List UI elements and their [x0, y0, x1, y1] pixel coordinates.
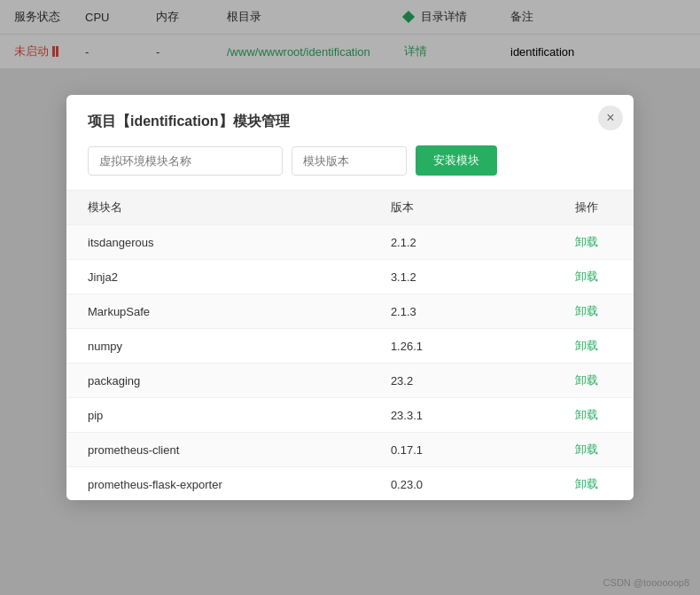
modal-title: 项目【identification】模块管理 — [66, 95, 634, 145]
module-table: 模块名 版本 操作 itsdangerous 2.1.2 卸载 Jinja2 3… — [66, 190, 634, 500]
table-row: packaging 23.2 卸载 — [66, 364, 634, 398]
module-version-cell: 23.2 — [369, 364, 497, 398]
module-name-cell: Jinja2 — [66, 260, 369, 294]
module-action-cell: 卸载 — [497, 364, 634, 398]
table-row: prometheus-client 0.17.1 卸载 — [66, 433, 634, 467]
module-version-cell: 23.3.1 — [369, 398, 497, 433]
modal-dialog: × 项目【identification】模块管理 安装模块 模块名 版本 操作 — [66, 95, 634, 500]
module-name-cell: pip — [66, 398, 369, 433]
table-row: Jinja2 3.1.2 卸载 — [66, 260, 634, 294]
table-row: prometheus-flask-exporter 0.23.0 卸载 — [66, 467, 634, 501]
close-icon: × — [606, 110, 614, 126]
unload-link[interactable]: 卸载 — [575, 339, 598, 352]
module-version-cell: 1.26.1 — [369, 329, 497, 364]
module-action-cell: 卸载 — [497, 294, 634, 329]
module-version-input[interactable] — [292, 146, 407, 176]
col-header-name: 模块名 — [66, 191, 369, 225]
module-action-cell: 卸载 — [497, 467, 634, 501]
unload-link[interactable]: 卸载 — [575, 373, 598, 387]
module-version-cell: 2.1.3 — [369, 294, 497, 329]
module-action-cell: 卸载 — [497, 329, 634, 364]
module-name-cell: prometheus-flask-exporter — [66, 467, 369, 501]
unload-link[interactable]: 卸载 — [575, 442, 598, 456]
unload-link[interactable]: 卸载 — [575, 235, 598, 248]
module-version-cell: 0.23.0 — [369, 467, 497, 501]
module-action-cell: 卸载 — [497, 433, 634, 467]
table-row: itsdangerous 2.1.2 卸载 — [66, 225, 634, 260]
modal-overlay: × 项目【identification】模块管理 安装模块 模块名 版本 操作 — [0, 0, 700, 595]
module-name-cell: itsdangerous — [66, 225, 369, 260]
module-name-cell: numpy — [66, 329, 369, 364]
module-table-wrapper[interactable]: 模块名 版本 操作 itsdangerous 2.1.2 卸载 Jinja2 3… — [66, 190, 634, 500]
module-version-cell: 0.17.1 — [369, 433, 497, 467]
modal-toolbar: 安装模块 — [66, 145, 634, 190]
table-row: numpy 1.26.1 卸载 — [66, 329, 634, 364]
module-action-cell: 卸载 — [497, 225, 634, 260]
module-action-cell: 卸载 — [497, 398, 634, 433]
module-version-cell: 2.1.2 — [369, 225, 497, 260]
module-table-body: itsdangerous 2.1.2 卸载 Jinja2 3.1.2 卸载 Ma… — [66, 225, 634, 501]
unload-link[interactable]: 卸载 — [575, 270, 598, 283]
module-table-header-row: 模块名 版本 操作 — [66, 191, 634, 225]
module-version-cell: 3.1.2 — [369, 260, 497, 294]
col-header-version: 版本 — [369, 191, 497, 225]
module-table-head: 模块名 版本 操作 — [66, 191, 634, 225]
unload-link[interactable]: 卸载 — [575, 408, 598, 421]
table-row: MarkupSafe 2.1.3 卸载 — [66, 294, 634, 329]
module-action-cell: 卸载 — [497, 260, 634, 294]
col-header-action: 操作 — [497, 191, 634, 225]
unload-link[interactable]: 卸载 — [575, 477, 598, 490]
module-name-input[interactable] — [88, 146, 283, 176]
module-name-cell: packaging — [66, 364, 369, 398]
modal-close-button[interactable]: × — [598, 106, 623, 130]
install-module-button[interactable]: 安装模块 — [416, 145, 497, 176]
module-name-cell: MarkupSafe — [66, 294, 369, 329]
module-name-cell: prometheus-client — [66, 433, 369, 467]
unload-link[interactable]: 卸载 — [575, 304, 598, 317]
table-row: pip 23.3.1 卸载 — [66, 398, 634, 433]
